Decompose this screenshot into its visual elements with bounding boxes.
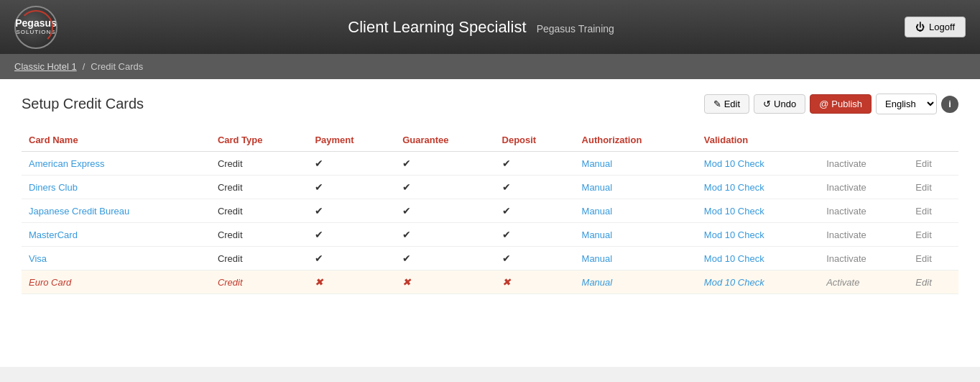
check-icon: ✔ xyxy=(502,229,511,240)
cell-payment: ✔ xyxy=(308,223,395,247)
cell-action2: Edit xyxy=(908,247,958,270)
check-icon: ✔ xyxy=(502,181,511,193)
cell-action1: Inactivate xyxy=(819,152,908,176)
cell-deposit: ✔ xyxy=(495,199,575,223)
check-icon: ✔ xyxy=(402,253,411,264)
cell-validation: Mod 10 Check xyxy=(697,270,819,294)
validation-link[interactable]: Mod 10 Check xyxy=(704,158,764,169)
logo-arc-decoration xyxy=(19,10,53,45)
cell-guarantee: ✔ xyxy=(395,152,494,176)
validation-link[interactable]: Mod 10 Check xyxy=(704,253,764,264)
publish-button[interactable]: @ Publish xyxy=(810,94,872,114)
inactivate-activate-link[interactable]: Inactivate xyxy=(826,229,866,240)
edit-row-link[interactable]: Edit xyxy=(915,253,931,264)
breadcrumb-separator: / xyxy=(83,61,85,72)
card-name-link[interactable]: Diners Club xyxy=(29,182,78,193)
cell-payment: ✔ xyxy=(308,247,395,270)
check-icon: ✔ xyxy=(402,181,411,193)
cell-action2: Edit xyxy=(908,152,958,176)
card-name-link[interactable]: American Express xyxy=(29,158,104,169)
col-authorization: Authorization xyxy=(575,129,697,152)
card-name-link[interactable]: Visa xyxy=(29,253,47,264)
app-subtitle: Pegasus Training xyxy=(537,23,614,35)
cell-card-name: Japanese Credit Bureau xyxy=(22,199,211,223)
col-validation: Validation xyxy=(697,129,819,152)
cell-authorization: Manual xyxy=(575,247,697,270)
cell-deposit: ✔ xyxy=(495,176,575,199)
credit-cards-table: Card Name Card Type Payment Guarantee De… xyxy=(22,129,958,294)
validation-link[interactable]: Mod 10 Check xyxy=(704,277,764,288)
language-select[interactable]: English Spanish French German xyxy=(876,94,937,114)
check-icon: ✔ xyxy=(315,253,323,264)
app-title-text: Client Learning Specialist xyxy=(348,18,526,36)
logo-area: Pegasus SOLUTIONS xyxy=(14,6,57,49)
inactivate-activate-link[interactable]: Inactivate xyxy=(826,253,866,264)
edit-row-link[interactable]: Edit xyxy=(915,158,931,169)
authorization-link[interactable]: Manual xyxy=(582,277,613,288)
inactivate-activate-link[interactable]: Activate xyxy=(826,277,859,288)
authorization-link[interactable]: Manual xyxy=(582,158,613,169)
table-row: MasterCard Credit ✔ ✔ ✔ Manual Mod 10 Ch… xyxy=(22,223,958,247)
cell-card-type: Credit xyxy=(211,247,308,270)
inactivate-activate-link[interactable]: Inactivate xyxy=(826,206,866,217)
authorization-link[interactable]: Manual xyxy=(582,253,613,264)
logoff-area: ⏻ Logoff xyxy=(905,17,966,37)
cell-action2: Edit xyxy=(908,270,958,294)
edit-row-link[interactable]: Edit xyxy=(915,229,931,240)
col-guarantee: Guarantee xyxy=(395,129,494,152)
toolbar-right: ✎ Edit ↺ Undo @ Publish English Spanish … xyxy=(704,94,958,114)
edit-row-link[interactable]: Edit xyxy=(915,182,931,193)
cell-authorization: Manual xyxy=(575,223,697,247)
validation-link[interactable]: Mod 10 Check xyxy=(704,229,764,240)
cell-deposit: ✖ xyxy=(495,270,575,294)
card-name-link[interactable]: MasterCard xyxy=(29,229,78,240)
authorization-link[interactable]: Manual xyxy=(582,182,613,193)
cell-card-name: Diners Club xyxy=(22,176,211,199)
cell-validation: Mod 10 Check xyxy=(697,152,819,176)
breadcrumb-current: Credit Cards xyxy=(91,61,143,72)
authorization-link[interactable]: Manual xyxy=(582,229,613,240)
col-action2 xyxy=(908,129,958,152)
power-icon: ⏻ xyxy=(915,22,925,32)
cell-deposit: ✔ xyxy=(495,223,575,247)
cell-payment: ✔ xyxy=(308,199,395,223)
cell-card-name: MasterCard xyxy=(22,223,211,247)
authorization-link[interactable]: Manual xyxy=(582,206,613,217)
cell-guarantee: ✔ xyxy=(395,176,494,199)
toolbar-row: Setup Credit Cards ✎ Edit ↺ Undo @ Publi… xyxy=(22,94,958,114)
publish-icon: @ xyxy=(819,99,828,109)
table-row: Japanese Credit Bureau Credit ✔ ✔ ✔ Manu… xyxy=(22,199,958,223)
logoff-button[interactable]: ⏻ Logoff xyxy=(905,17,966,37)
card-name-link[interactable]: Japanese Credit Bureau xyxy=(29,206,129,217)
validation-link[interactable]: Mod 10 Check xyxy=(704,206,764,217)
cell-authorization: Manual xyxy=(575,176,697,199)
edit-row-link[interactable]: Edit xyxy=(915,206,931,217)
cell-authorization: Manual xyxy=(575,152,697,176)
undo-label: Undo xyxy=(774,99,796,109)
cell-action2: Edit xyxy=(908,223,958,247)
col-action1 xyxy=(819,129,908,152)
app-header: Pegasus SOLUTIONS Client Learning Specia… xyxy=(0,0,980,54)
inactivate-activate-link[interactable]: Inactivate xyxy=(826,182,866,193)
undo-button[interactable]: ↺ Undo xyxy=(754,94,805,114)
validation-link[interactable]: Mod 10 Check xyxy=(704,182,764,193)
x-icon: ✖ xyxy=(315,276,323,288)
edit-row-link[interactable]: Edit xyxy=(915,277,931,288)
cell-authorization: Manual xyxy=(575,199,697,223)
cell-action1: Inactivate xyxy=(819,223,908,247)
cell-guarantee: ✔ xyxy=(395,247,494,270)
breadcrumb-link[interactable]: Classic Hotel 1 xyxy=(14,61,77,72)
inactivate-activate-link[interactable]: Inactivate xyxy=(826,158,866,169)
edit-button[interactable]: ✎ Edit xyxy=(704,94,749,114)
check-icon: ✔ xyxy=(315,181,323,193)
page-title: Setup Credit Cards xyxy=(22,96,144,112)
cell-validation: Mod 10 Check xyxy=(697,176,819,199)
col-payment: Payment xyxy=(308,129,395,152)
check-icon: ✔ xyxy=(315,229,323,240)
info-icon[interactable]: i xyxy=(941,96,958,113)
cell-guarantee: ✔ xyxy=(395,223,494,247)
cell-authorization: Manual xyxy=(575,270,697,294)
cell-card-name: Euro Card xyxy=(22,270,211,294)
cell-card-type: Credit xyxy=(211,199,308,223)
cell-action1: Inactivate xyxy=(819,199,908,223)
